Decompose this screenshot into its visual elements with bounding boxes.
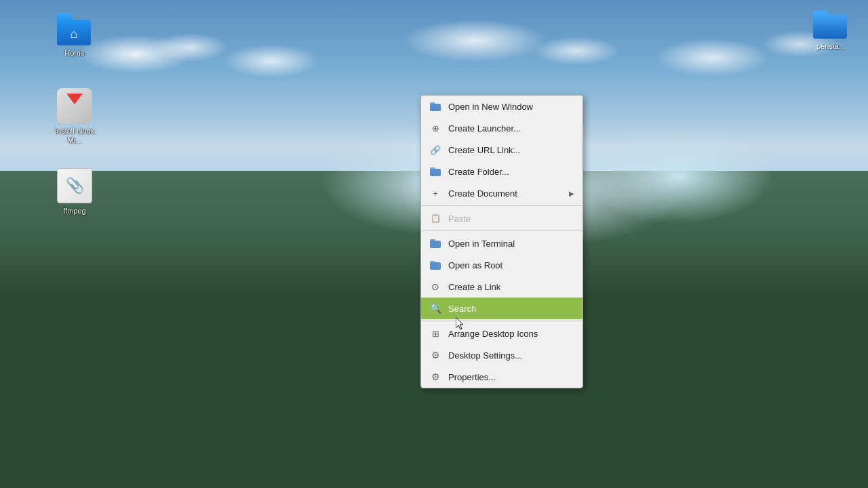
menu-label-arrange-icons: Arrange Desktop Icons (448, 329, 538, 339)
context-menu: Open in New Window ⊕ Create Launcher... … (420, 95, 583, 388)
separator-2 (421, 230, 583, 231)
menu-item-desktop-settings[interactable]: ⚙ Desktop Settings... (421, 344, 583, 366)
separator-3 (421, 321, 583, 321)
home-icon-label: Home (64, 48, 84, 58)
menu-label-open-terminal: Open in Terminal (448, 239, 515, 249)
menu-item-paste: 📋 Paste (421, 207, 583, 229)
menu-item-create-document[interactable]: + Create Document ▶ (421, 182, 583, 204)
menu-item-open-as-root[interactable]: Open as Root (421, 254, 583, 276)
folder-icon (429, 100, 441, 113)
submenu-arrow: ▶ (569, 190, 574, 197)
install-icon-label: Install Linux Mi... (50, 126, 100, 146)
install-icon-image (57, 88, 92, 123)
desktop-icon-ffmpeg[interactable]: 📎 ffmpeg (47, 168, 102, 216)
url-link-icon: 🔗 (429, 144, 441, 156)
home-folder-icon: ⌂ (57, 10, 92, 45)
persist-folder-icon (813, 10, 848, 39)
menu-item-create-link[interactable]: ⊙ Create a Link (421, 276, 583, 298)
menu-label-properties: Properties... (448, 372, 496, 382)
properties-icon: ⚙ (429, 371, 441, 383)
menu-label-search: Search (448, 304, 476, 314)
launcher-icon: ⊕ (429, 122, 441, 134)
desktop-icon-install[interactable]: Install Linux Mi... (47, 88, 102, 146)
desktop-icon-home[interactable]: ⌂ Home (47, 10, 102, 58)
menu-item-create-launcher[interactable]: ⊕ Create Launcher... (421, 117, 583, 139)
menu-label-desktop-settings: Desktop Settings... (448, 350, 522, 361)
settings-icon: ⚙ (429, 349, 441, 361)
paste-icon: 📋 (429, 212, 441, 224)
menu-label-create-document: Create Document (448, 188, 517, 199)
menu-label-create-url-link: Create URL Link... (448, 145, 520, 155)
ffmpeg-icon-image: 📎 (57, 168, 92, 203)
menu-item-properties[interactable]: ⚙ Properties... (421, 366, 583, 388)
create-folder-icon (429, 165, 441, 178)
menu-label-open-new-window: Open in New Window (448, 102, 533, 112)
desktop-icon-persist[interactable]: perista... (804, 10, 858, 51)
search-icon: 🔍 (429, 302, 441, 314)
menu-item-arrange-icons[interactable]: ⊞ Arrange Desktop Icons (421, 323, 583, 344)
menu-item-open-terminal[interactable]: Open in Terminal (421, 232, 583, 254)
menu-item-search[interactable]: 🔍 Search (421, 298, 583, 319)
menu-label-create-link: Create a Link (448, 282, 500, 292)
menu-item-open-new-window[interactable]: Open in New Window (421, 96, 583, 117)
persist-icon-label: perista... (816, 41, 845, 51)
menu-label-open-as-root: Open as Root (448, 260, 502, 270)
menu-label-create-folder: Create Folder... (448, 167, 509, 177)
menu-item-create-folder[interactable]: Create Folder... (421, 161, 583, 182)
root-folder-icon (429, 259, 441, 271)
menu-label-create-launcher: Create Launcher... (448, 123, 521, 134)
arrange-icon: ⊞ (429, 327, 441, 340)
terminal-icon (429, 237, 441, 249)
separator-1 (421, 205, 583, 206)
menu-item-create-url-link[interactable]: 🔗 Create URL Link... (421, 139, 583, 161)
document-icon: + (429, 187, 441, 199)
link-icon: ⊙ (429, 281, 441, 293)
ffmpeg-icon-label: ffmpeg (63, 206, 85, 216)
menu-label-paste: Paste (448, 214, 471, 224)
